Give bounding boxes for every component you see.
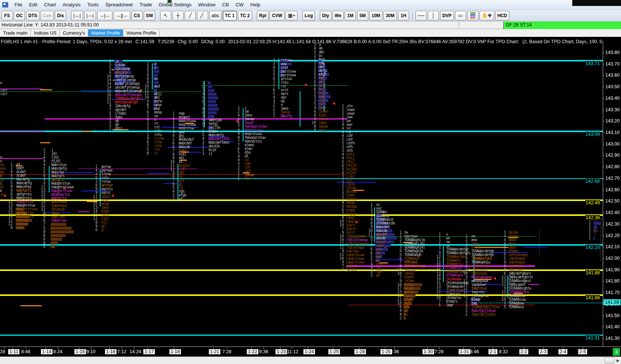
ray-icon[interactable]: ╱· bbox=[197, 11, 208, 20]
time-tick-mark bbox=[213, 347, 214, 349]
profile-open-line bbox=[300, 91, 300, 127]
alert-arrow-icon bbox=[493, 277, 496, 280]
price-tick-mark bbox=[603, 270, 604, 270]
scrollbar-right-arrow[interactable]: ▶ bbox=[617, 358, 620, 363]
pointer-icon[interactable]: ↖ bbox=[160, 11, 171, 20]
price-tick-mark bbox=[603, 190, 604, 190]
toolbar-button-log[interactable]: Log bbox=[302, 11, 315, 20]
menu-item-window[interactable]: Window bbox=[195, 0, 219, 9]
price-tick-mark bbox=[603, 64, 604, 64]
toolbar-button-10m[interactable]: 10M bbox=[369, 11, 382, 20]
menu-item-trade[interactable]: Trade bbox=[136, 0, 155, 9]
toolbar-button-cvw[interactable]: CVW bbox=[270, 11, 284, 20]
menu-item-tools[interactable]: Tools bbox=[84, 0, 102, 9]
time-tick-mark bbox=[583, 347, 583, 349]
tab-indices-us[interactable]: Indices US bbox=[31, 29, 60, 36]
tpo-chart-area[interactable]: FGBLH3 1 min #1 - Profile Period: 1 Days… bbox=[0, 37, 621, 357]
toolbar-button-5m[interactable]: 5M bbox=[357, 11, 368, 20]
time-axis-label: 11:12 bbox=[287, 349, 298, 354]
rectangle-icon[interactable]: ▭ bbox=[455, 11, 466, 20]
time-tick-mark bbox=[563, 347, 563, 349]
toolbar-button-sw[interactable]: SW bbox=[144, 11, 155, 20]
text-tool-icon[interactable]: abc bbox=[209, 11, 222, 20]
time-axis-label: 2-1 bbox=[488, 349, 497, 354]
hand-move-icon[interactable]: ✋✥ bbox=[480, 11, 494, 20]
time-tick-mark bbox=[474, 347, 475, 349]
time-axis-label: 9:10 bbox=[86, 349, 95, 354]
menu-item-cb[interactable]: CB bbox=[219, 0, 232, 9]
price-tick-label: 143.00 bbox=[605, 141, 620, 147]
toolbar-button-dis[interactable]: Dis bbox=[55, 11, 66, 20]
collapse-width-2-icon[interactable]: →||← bbox=[114, 11, 130, 20]
menu-item-analysis[interactable]: Analysis bbox=[59, 0, 84, 9]
collapse-width-icon[interactable]: →|← bbox=[97, 11, 112, 20]
tab-trade-matin[interactable]: Trade matin bbox=[0, 29, 31, 36]
last-price-box: 141.59 bbox=[604, 299, 621, 305]
tpo-count: 8 bbox=[309, 128, 316, 132]
tpo-letters-row: acd bbox=[154, 84, 160, 88]
menu-item-spreadsheet[interactable]: Spreadsheet bbox=[102, 0, 136, 9]
time-axis-label: 1-23 bbox=[276, 349, 287, 354]
price-tick-mark bbox=[603, 132, 604, 133]
expand-width-2-icon[interactable]: |⇔| bbox=[84, 11, 96, 20]
price-tick-label: 141.90 bbox=[605, 267, 620, 272]
poc-line bbox=[40, 142, 50, 143]
tab-market-profile[interactable]: Market Profile bbox=[88, 29, 123, 36]
time-tick-mark bbox=[58, 347, 58, 349]
expand-width-icon[interactable]: |↔| bbox=[71, 11, 83, 20]
menu-item-help[interactable]: Help bbox=[247, 0, 264, 9]
horizontal-price-line bbox=[348, 305, 535, 305]
tpo-letters-row: cj bbox=[208, 152, 212, 156]
horizontal-scrollbar[interactable]: ▶ bbox=[0, 357, 621, 364]
horizontal-line-icon[interactable]: ── bbox=[415, 11, 427, 20]
toolbar-button-fs[interactable]: FS bbox=[1, 11, 13, 20]
toolbar-button-oc[interactable]: OC bbox=[14, 11, 25, 20]
toolbar-button-1m[interactable]: 1M bbox=[345, 11, 356, 20]
fib-retracement-icon[interactable] bbox=[467, 11, 478, 20]
toolbar-button-rpl[interactable]: Rpl bbox=[257, 11, 268, 20]
toolbar-button-dvp[interactable]: DVP bbox=[440, 11, 454, 20]
menu-item-cw[interactable]: CW bbox=[232, 0, 247, 9]
line-price-label: 142.68 bbox=[585, 179, 600, 184]
horizontal-price-line bbox=[0, 158, 44, 159]
price-tick-mark bbox=[603, 201, 604, 201]
toolbar-button-tc-2[interactable]: TC 2 bbox=[238, 11, 252, 20]
toolbar-button-dts[interactable]: DTS bbox=[26, 11, 39, 20]
tpo-count: 8 bbox=[142, 151, 149, 155]
horizontal-price-line bbox=[529, 284, 539, 285]
header-segment: Chg: 0.00 bbox=[178, 39, 198, 44]
menu-item-global-settings[interactable]: Global Settings bbox=[155, 0, 195, 9]
price-tick-label: 141.30 bbox=[605, 336, 620, 341]
horizontal-price-line bbox=[0, 92, 201, 92]
toolbar-button-con[interactable]: Con bbox=[41, 11, 54, 20]
tab-volume-profile[interactable]: Volume Profile bbox=[123, 29, 160, 36]
toolbar-button-1h[interactable]: 1H bbox=[398, 11, 409, 20]
time-axis-label: 2-4 bbox=[558, 349, 567, 354]
profile-open-line bbox=[100, 169, 101, 207]
toolbar-button-dly[interactable]: Dly bbox=[320, 11, 331, 20]
tab-currency-s[interactable]: Currency's bbox=[60, 29, 88, 36]
menu-item-chart[interactable]: Chart bbox=[41, 0, 59, 9]
profile-open-line bbox=[152, 63, 153, 89]
tpo-grid-icon[interactable]: ▦+ bbox=[286, 11, 297, 20]
status-bar: Horizontal Line: Y: 143.83 2013-01-11 05… bbox=[0, 22, 621, 29]
header-segment: T:25239 bbox=[157, 39, 174, 44]
price-tick-mark bbox=[603, 155, 604, 156]
vertical-line-icon[interactable]: │ bbox=[428, 11, 439, 20]
toolbar-button-30m[interactable]: 30M bbox=[383, 11, 397, 20]
crosshair-icon[interactable]: ┼ bbox=[172, 11, 184, 20]
header-segment: DChg: 0.00 bbox=[201, 39, 224, 44]
toolbar-button-tc-1[interactable]: TC 1 bbox=[223, 11, 237, 20]
trendline-icon[interactable]: ╱ bbox=[185, 11, 196, 20]
menu-item-file[interactable]: File bbox=[11, 0, 26, 9]
scrollbar-thumb[interactable] bbox=[605, 358, 614, 364]
tpo-letters-row: gh bbox=[376, 274, 380, 277]
toolbar-button-hcd[interactable]: HCD bbox=[495, 11, 509, 20]
tpo-letters-row: l bbox=[594, 233, 596, 236]
line-price-label: 142.36 bbox=[585, 215, 600, 220]
toolbar-button-cs[interactable]: CS bbox=[131, 11, 143, 20]
menu-item-edit[interactable]: Edit bbox=[26, 0, 41, 9]
toolbar-button-we[interactable]: We bbox=[332, 11, 344, 20]
time-tick-mark bbox=[174, 347, 174, 349]
time-tick-mark bbox=[91, 347, 91, 349]
